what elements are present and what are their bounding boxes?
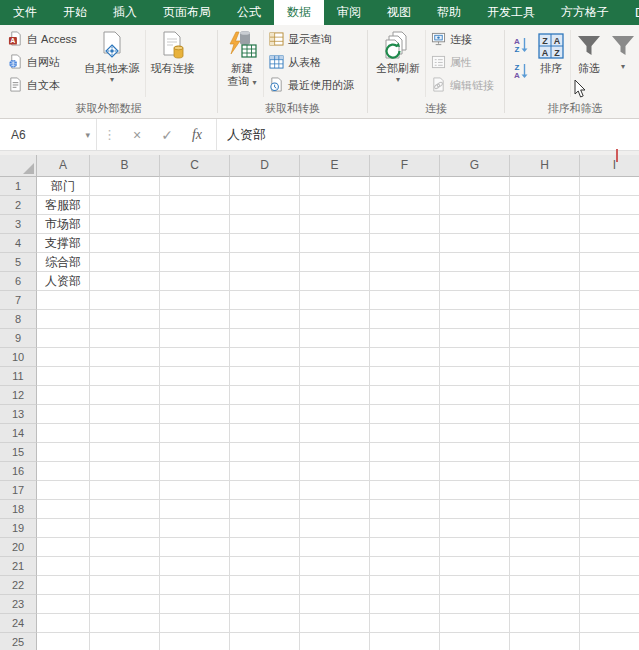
cell-C3[interactable] <box>160 215 230 234</box>
row-header-5[interactable]: 5 <box>0 253 37 272</box>
cell-H20[interactable] <box>510 538 580 557</box>
cell-H19[interactable] <box>510 519 580 538</box>
cell-C6[interactable] <box>160 272 230 291</box>
cell-I12[interactable] <box>580 386 639 405</box>
tab-clipped[interactable]: D <box>622 0 639 25</box>
cell-B1[interactable] <box>90 177 160 196</box>
formula-bar-grip[interactable]: ⋮ <box>97 127 122 142</box>
cell-H5[interactable] <box>510 253 580 272</box>
cell-D17[interactable] <box>230 481 300 500</box>
cell-E18[interactable] <box>300 500 370 519</box>
cell-A18[interactable] <box>37 500 90 519</box>
sort-ascending-button[interactable]: AZ <box>509 31 533 57</box>
column-header-C[interactable]: C <box>160 155 230 177</box>
cell-E14[interactable] <box>300 424 370 443</box>
cell-A13[interactable] <box>37 405 90 424</box>
cell-A3[interactable]: 市场部 <box>37 215 90 234</box>
cell-G11[interactable] <box>440 367 510 386</box>
cell-C18[interactable] <box>160 500 230 519</box>
cell-H10[interactable] <box>510 348 580 367</box>
column-header-H[interactable]: H <box>510 155 580 177</box>
from-table-button[interactable]: 从表格 <box>265 51 358 74</box>
cell-G24[interactable] <box>440 614 510 633</box>
cell-B23[interactable] <box>90 595 160 614</box>
cell-C2[interactable] <box>160 196 230 215</box>
cell-D9[interactable] <box>230 329 300 348</box>
cell-A1[interactable]: 部门 <box>37 177 90 196</box>
cell-D12[interactable] <box>230 386 300 405</box>
cell-A11[interactable] <box>37 367 90 386</box>
cell-F2[interactable] <box>370 196 440 215</box>
from-access-button[interactable]: A 自 Access <box>4 28 81 51</box>
cell-F10[interactable] <box>370 348 440 367</box>
column-header-E[interactable]: E <box>300 155 370 177</box>
cell-E9[interactable] <box>300 329 370 348</box>
cell-C24[interactable] <box>160 614 230 633</box>
cell-D4[interactable] <box>230 234 300 253</box>
cell-F22[interactable] <box>370 576 440 595</box>
cell-A8[interactable] <box>37 310 90 329</box>
cell-I6[interactable] <box>580 272 639 291</box>
row-header-6[interactable]: 6 <box>0 272 37 291</box>
row-header-25[interactable]: 25 <box>0 633 37 650</box>
cell-D21[interactable] <box>230 557 300 576</box>
show-queries-button[interactable]: 显示查询 <box>265 28 358 51</box>
cell-A25[interactable] <box>37 633 90 650</box>
cell-A21[interactable] <box>37 557 90 576</box>
insert-function-icon[interactable]: fx <box>182 127 212 143</box>
tab-fangfanggezi[interactable]: 方方格子 <box>548 0 622 25</box>
cell-C14[interactable] <box>160 424 230 443</box>
cell-I13[interactable] <box>580 405 639 424</box>
tab-developer[interactable]: 开发工具 <box>474 0 548 25</box>
cell-I16[interactable] <box>580 462 639 481</box>
row-header-8[interactable]: 8 <box>0 310 37 329</box>
cell-D22[interactable] <box>230 576 300 595</box>
cell-C23[interactable] <box>160 595 230 614</box>
cell-A16[interactable] <box>37 462 90 481</box>
cell-C12[interactable] <box>160 386 230 405</box>
row-header-11[interactable]: 11 <box>0 367 37 386</box>
cell-I22[interactable] <box>580 576 639 595</box>
cell-H14[interactable] <box>510 424 580 443</box>
tab-data[interactable]: 数据 <box>274 0 324 25</box>
cell-D13[interactable] <box>230 405 300 424</box>
cell-H17[interactable] <box>510 481 580 500</box>
column-header-B[interactable]: B <box>90 155 160 177</box>
tab-help[interactable]: 帮助 <box>424 0 474 25</box>
cell-F20[interactable] <box>370 538 440 557</box>
cell-G14[interactable] <box>440 424 510 443</box>
cell-A2[interactable]: 客服部 <box>37 196 90 215</box>
cell-F17[interactable] <box>370 481 440 500</box>
cell-H18[interactable] <box>510 500 580 519</box>
cell-G12[interactable] <box>440 386 510 405</box>
cell-F7[interactable] <box>370 291 440 310</box>
cell-D25[interactable] <box>230 633 300 650</box>
cell-E19[interactable] <box>300 519 370 538</box>
cell-D11[interactable] <box>230 367 300 386</box>
cell-A14[interactable] <box>37 424 90 443</box>
cell-I14[interactable] <box>580 424 639 443</box>
cell-I2[interactable] <box>580 196 639 215</box>
cell-A4[interactable]: 支撑部 <box>37 234 90 253</box>
row-header-1[interactable]: 1 <box>0 177 37 196</box>
column-header-I[interactable]: I <box>580 155 639 177</box>
cell-G3[interactable] <box>440 215 510 234</box>
cell-I15[interactable] <box>580 443 639 462</box>
cell-G19[interactable] <box>440 519 510 538</box>
cell-G20[interactable] <box>440 538 510 557</box>
cell-D8[interactable] <box>230 310 300 329</box>
row-header-23[interactable]: 23 <box>0 595 37 614</box>
cell-B21[interactable] <box>90 557 160 576</box>
row-header-24[interactable]: 24 <box>0 614 37 633</box>
cell-C20[interactable] <box>160 538 230 557</box>
cell-F23[interactable] <box>370 595 440 614</box>
sort-descending-button[interactable]: ZA <box>509 57 533 83</box>
cell-C10[interactable] <box>160 348 230 367</box>
sort-button[interactable]: ZAAZ 排序 <box>533 27 569 100</box>
connections-button[interactable]: 连接 <box>427 28 498 51</box>
cell-F12[interactable] <box>370 386 440 405</box>
cell-D1[interactable] <box>230 177 300 196</box>
cell-H12[interactable] <box>510 386 580 405</box>
cell-A24[interactable] <box>37 614 90 633</box>
cell-F4[interactable] <box>370 234 440 253</box>
